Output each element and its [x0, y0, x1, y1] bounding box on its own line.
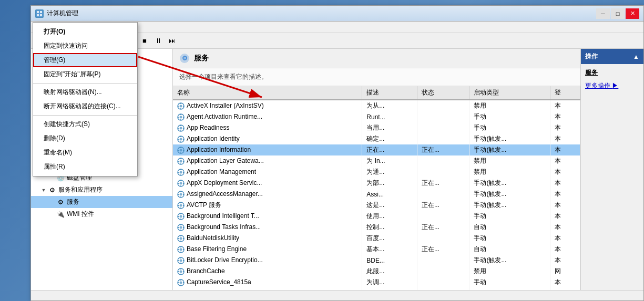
svg-rect-18	[180, 119, 181, 120]
svg-rect-95	[180, 257, 181, 258]
toolbar-btn-stop2[interactable]: ■	[138, 35, 151, 47]
col-startup[interactable]: 启动类型	[469, 86, 550, 100]
svg-rect-43	[178, 161, 179, 162]
service-gear-icon	[177, 147, 185, 154]
service-desc: 使用...	[362, 211, 417, 222]
svg-rect-72	[180, 219, 181, 220]
table-row[interactable]: Background Tasks Infras...控制...正在...自动本	[173, 222, 580, 233]
svg-point-10	[180, 105, 182, 107]
svg-point-22	[180, 127, 182, 129]
service-startup: 禁用	[469, 167, 550, 178]
service-desc: 百度...	[362, 233, 417, 244]
service-startup: 禁用	[469, 266, 550, 277]
service-startup: 手动	[469, 111, 550, 122]
col-name[interactable]: 名称	[173, 86, 362, 100]
table-row[interactable]: Agent Activation Runtime...Runt...手动本	[173, 111, 580, 122]
service-startup: 手动	[469, 233, 550, 244]
right-panel: 操作 ▲ 服务 更多操作 ▶	[580, 49, 643, 290]
svg-rect-104	[183, 271, 184, 272]
context-menu[interactable]: 打开(O) 固定到快速访问 管理(G) 固定到"开始"屏幕(P) 映射网络驱动器…	[33, 22, 138, 177]
service-status: 正在...	[417, 222, 469, 233]
svg-rect-36	[180, 152, 181, 153]
service-login: 本	[550, 111, 580, 122]
svg-rect-102	[180, 274, 181, 275]
svg-rect-26	[183, 128, 184, 129]
title-bar: 计算机管理 ─ □ ✕	[31, 6, 643, 22]
svg-rect-32	[183, 139, 184, 140]
ctx-delete[interactable]: 删除(D)	[33, 131, 137, 146]
svg-point-46	[180, 171, 182, 173]
svg-rect-97	[178, 260, 179, 261]
svg-rect-96	[180, 263, 181, 264]
col-login[interactable]: 登	[550, 86, 580, 100]
expander-services[interactable]	[48, 198, 56, 206]
expander-wmi[interactable]	[48, 210, 56, 219]
service-login: 本	[550, 200, 580, 211]
table-row[interactable]: AVCTP 服务这是...正在...手动(触发...本	[173, 200, 580, 211]
ctx-create-shortcut[interactable]: 创建快捷方式(S)	[33, 117, 137, 131]
maximize-button[interactable]: □	[611, 8, 625, 19]
table-row[interactable]: CaptureService_4815a为调...手动本	[173, 277, 580, 288]
svg-rect-109	[178, 282, 179, 283]
table-row[interactable]: Application Identity确定...手动(触发...本	[173, 133, 580, 144]
service-startup: 自动	[469, 222, 550, 233]
ctx-disconnect-drive[interactable]: 断开网络驱动器的连接(C)...	[33, 99, 137, 113]
table-row[interactable]: AssignedAccessManager...Assi...手动(触发...本	[173, 189, 580, 200]
tree-item-svcapp[interactable]: ▼ ⚙ 服务和应用程序	[31, 184, 172, 196]
table-row[interactable]: ActiveX Installer (AxInstSV)为从...禁用本	[173, 100, 580, 111]
service-startup: 手动	[469, 211, 550, 222]
svg-rect-107	[180, 279, 181, 281]
right-panel-expand[interactable]: ▲	[633, 53, 639, 60]
service-gear-icon	[177, 279, 185, 286]
more-actions-label: 更多操作	[585, 82, 610, 89]
table-row[interactable]: BaiduNetdiskUtility百度...手动本	[173, 233, 580, 244]
window-title: 计算机管理	[47, 9, 78, 18]
table-row[interactable]: Background Intelligent T...使用...手动本	[173, 211, 580, 222]
svg-rect-25	[178, 128, 179, 129]
right-panel-section: 服务	[581, 66, 643, 79]
table-row[interactable]: AppX Deployment Servic...为部...正在...手动(触发…	[173, 178, 580, 189]
ctx-properties[interactable]: 属性(R)	[33, 160, 137, 174]
ctx-map-drive[interactable]: 映射网络驱动器(N)...	[33, 85, 137, 99]
table-row[interactable]: BranchCache此服...禁用网	[173, 266, 580, 277]
close-button[interactable]: ✕	[626, 8, 639, 19]
col-status[interactable]: 状态	[417, 86, 469, 100]
service-gear-icon	[177, 224, 185, 231]
svg-point-52	[180, 182, 182, 184]
table-row[interactable]: Application Management为通...禁用本	[173, 167, 580, 178]
service-login: 本	[550, 144, 580, 155]
service-status	[417, 266, 469, 277]
col-desc[interactable]: 描述	[362, 86, 417, 100]
table-row[interactable]: Application Information正在...正在...手动(触发..…	[173, 144, 580, 155]
service-login: 本	[550, 167, 580, 178]
tree-item-services[interactable]: ⚙ 服务	[31, 196, 172, 208]
svg-point-34	[180, 149, 182, 151]
service-status	[417, 233, 469, 244]
svg-rect-17	[180, 114, 181, 115]
service-gear-icon	[177, 124, 185, 132]
table-row[interactable]: Application Layer Gatewa...为 In...禁用本	[173, 155, 580, 167]
ctx-pin-start[interactable]: 固定到"开始"屏幕(P)	[33, 67, 137, 81]
ctx-manage[interactable]: 管理(G)	[33, 53, 137, 67]
tree-item-wmi[interactable]: 🔌 WMI 控件	[31, 208, 172, 220]
svg-rect-101	[180, 268, 181, 269]
service-login: 本	[550, 233, 580, 244]
minimize-button[interactable]: ─	[596, 8, 610, 19]
toolbar-btn-resume[interactable]: ⏭	[166, 35, 178, 47]
svg-rect-78	[180, 230, 181, 231]
ctx-rename[interactable]: 重命名(M)	[33, 146, 137, 160]
ctx-open[interactable]: 打开(O)	[33, 25, 137, 39]
table-row[interactable]: BitLocker Drive Encryptio...BDE...手动(触发.…	[173, 255, 580, 266]
service-startup: 手动	[469, 277, 550, 288]
table-row[interactable]: App Readiness当用...手动本	[173, 122, 580, 133]
ctx-pin-quick[interactable]: 固定到快速访问	[33, 39, 137, 53]
service-gear-icon	[177, 113, 185, 121]
table-row[interactable]: Base Filtering Engine基本...正在...自动本	[173, 244, 580, 255]
toolbar-btn-pause[interactable]: ⏸	[152, 35, 165, 47]
service-name: Application Layer Gatewa...	[173, 155, 362, 167]
svg-rect-14	[183, 106, 184, 107]
svg-rect-38	[183, 150, 184, 151]
right-panel-more-actions[interactable]: 更多操作 ▶	[581, 79, 643, 92]
svg-point-82	[180, 237, 182, 240]
expander-svcapp[interactable]: ▼	[39, 186, 48, 194]
